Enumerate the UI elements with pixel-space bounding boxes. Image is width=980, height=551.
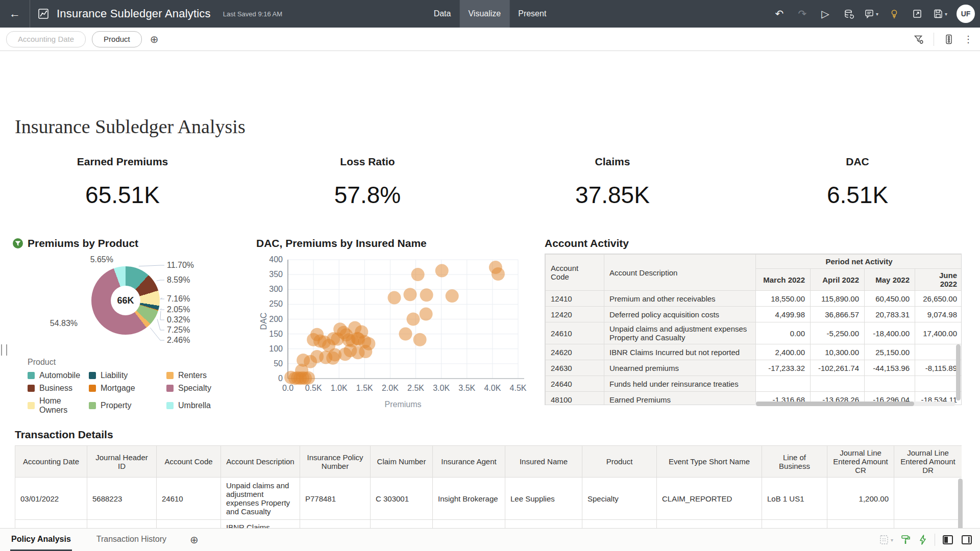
undo-icon[interactable]: ↶ [770,4,789,23]
scatter-point[interactable] [399,328,412,341]
table-cell[interactable]: 24630 [546,360,604,376]
add-filter-icon[interactable]: ⊕ [150,33,159,45]
lightning-icon[interactable] [918,534,928,545]
kpi-dac[interactable]: DAC 6.51K [735,156,980,209]
table-cell[interactable]: 18,550.00 [756,291,811,307]
scatter-point[interactable] [413,333,427,346]
table-cell[interactable]: 60,450.00 [865,291,915,307]
tab-present[interactable]: Present [509,0,555,28]
panel-right-icon[interactable] [961,534,973,546]
table-cell[interactable]: 12420 [546,307,604,322]
table-cell[interactable]: 03/01/2022 [15,478,87,520]
save-caret-icon[interactable]: ▾ [945,11,947,17]
scatter-point[interactable] [407,313,420,326]
table-cell[interactable]: -18,400.00 [865,322,915,344]
canvas-tab-transaction-history[interactable]: Transaction History [95,529,167,551]
table-cell[interactable]: 36,866.57 [811,307,865,322]
scatter-point[interactable] [492,267,505,281]
table-cell[interactable]: -5,250.00 [811,322,865,344]
panel-left-icon[interactable] [942,534,954,546]
back-icon[interactable]: ← [7,7,22,20]
avatar[interactable]: UF [957,5,975,23]
legend-item[interactable]: Home Owners [28,396,89,415]
table-cell[interactable] [811,376,865,392]
refresh-data-icon[interactable] [839,4,858,23]
table-cell[interactable]: LoB 1 US1 [762,478,827,520]
filter-pill-accounting-date[interactable]: Accounting Date [6,31,86,47]
table-cell[interactable]: 24610 [157,478,221,520]
comments-icon[interactable]: ▾ [862,4,881,23]
scatter-point[interactable] [388,291,401,305]
table-row[interactable]: 24640Funds held under reinsurance treati… [546,376,962,392]
table-cell[interactable] [915,376,962,392]
legend-item[interactable]: Mortgage [89,384,166,393]
table-cell[interactable]: Insight Brokerage [433,478,505,520]
table-cell[interactable]: 20,783.31 [865,307,915,322]
table-cell[interactable] [756,376,811,392]
table-cell[interactable]: Unpaid claims and adjustment expenses Pr… [221,478,300,520]
tab-data[interactable]: Data [425,0,460,28]
canvas-resize-handle[interactable] [1,344,7,356]
horizontal-scrollbar[interactable] [755,402,955,406]
table-cell[interactable]: -44,153.96 [865,360,915,376]
table-cell[interactable]: Earned Premiums [604,392,756,406]
table-cell[interactable]: Deferred policy acquisition costs [604,307,756,322]
table-row[interactable]: 03/01/2022568822324610Unpaid claims and … [15,478,962,520]
table-cell[interactable]: Unpaid claims and adjustment expenses Pr… [604,322,756,344]
table-cell[interactable]: 2,400.00 [756,344,811,360]
grid-auto-icon[interactable]: ▾ [878,534,893,545]
run-icon[interactable]: ▷ [816,4,835,23]
scatter-point[interactable] [420,308,433,321]
comments-caret-icon[interactable]: ▾ [876,11,878,17]
scatter-point[interactable] [435,264,449,278]
table-cell[interactable]: 24640 [546,376,604,392]
table-cell[interactable]: -8,115.89 [915,360,962,376]
filter-pill-product[interactable]: Product [92,31,142,47]
table-row[interactable]: 12420Deferred policy acquisition costs4,… [546,307,962,322]
scatter-point[interactable] [411,268,425,281]
table-cell[interactable] [865,376,915,392]
paint-roller-icon[interactable] [900,534,911,545]
table-cell[interactable]: 25,150.00 [865,344,915,360]
legend-item[interactable]: Liability [89,371,166,380]
table-row[interactable]: 24630Unearned premiums-17,233.32-102,261… [546,360,962,376]
legend-item[interactable]: Renters [166,371,233,380]
table-cell[interactable]: 24610 [546,322,604,344]
canvas-settings-icon[interactable] [941,32,957,47]
table-cell[interactable]: Specialty [582,478,657,520]
table-cell[interactable]: 4,499.98 [756,307,811,322]
table-cell[interactable]: 115,890.00 [811,291,865,307]
legend-item[interactable]: Business [28,384,89,393]
kebab-menu-icon[interactable]: ⋮ [964,34,973,45]
kpi-loss-ratio[interactable]: Loss Ratio 57.8% [245,156,490,209]
table-cell[interactable]: P778481 [300,478,371,520]
table-cell[interactable]: 26,650.00 [915,291,962,307]
table-cell[interactable] [915,344,962,360]
table-cell[interactable]: 48100 [546,392,604,406]
table-cell[interactable]: 17,400.00 [915,322,962,344]
table-cell[interactable]: Lee Supplies [505,478,582,520]
table-cell[interactable]: CLAIM_REPORTED [657,478,762,520]
legend-item[interactable]: Property [89,396,166,415]
table-cell[interactable]: IBNR Claims Incurred but not reported [604,344,756,360]
table-cell[interactable]: 12410 [546,291,604,307]
add-canvas-icon[interactable]: ⊕ [190,534,199,546]
table-cell[interactable]: Unearned premiums [604,360,756,376]
scatter-point[interactable] [446,289,459,303]
kpi-earned-premiums[interactable]: Earned Premiums 65.51K [0,156,245,209]
save-icon[interactable]: ▾ [930,4,950,23]
inspect-bulb-icon[interactable] [885,4,904,23]
table-cell[interactable]: 9,074.98 [915,307,962,322]
legend-item[interactable]: Umbrella [166,396,233,415]
legend-item[interactable]: Specialty [166,384,233,393]
scatter-point[interactable] [362,337,375,350]
table-cell[interactable]: 1,200.00 [827,478,894,520]
redo-icon[interactable]: ↷ [793,4,812,23]
legend-item[interactable]: Automobile [28,371,89,380]
scatter-point[interactable] [404,288,417,301]
canvas-tab-policy-analysis[interactable]: Policy Analysis [10,529,72,551]
table-cell[interactable] [894,478,962,520]
scatter-point[interactable] [420,288,433,302]
table-row[interactable]: 24610Unpaid claims and adjustment expens… [546,322,962,344]
filter-funnel-icon[interactable] [911,32,926,47]
